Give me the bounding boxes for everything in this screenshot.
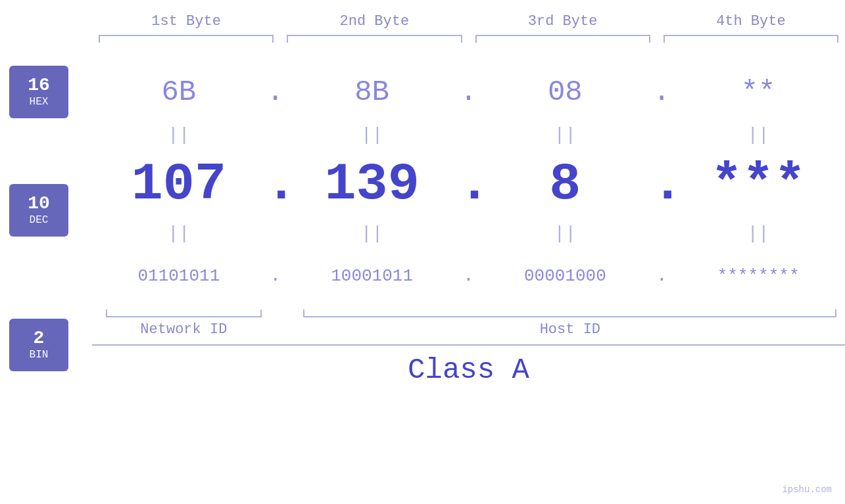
dec-row: 107 . 139 . 8 . *** xyxy=(92,148,845,220)
bin-dot2: . xyxy=(459,266,479,286)
hex-b1: 6B xyxy=(92,76,266,108)
equals2-b2: || xyxy=(285,223,459,244)
watermark: ipshu.com xyxy=(782,484,832,495)
equals-row1: || || || || xyxy=(92,122,845,148)
dec-badge-label: DEC xyxy=(30,214,49,226)
gap-dot xyxy=(276,309,295,338)
dec-badge-number: 10 xyxy=(28,195,50,213)
hex-dot1: . xyxy=(266,76,285,108)
bin-badge-label: BIN xyxy=(30,349,49,361)
bin-b3: 00001000 xyxy=(479,266,652,286)
byte4-header: 4th Byte xyxy=(657,13,845,30)
main-grid: 16 HEX 6B . 8B . 08 . ** || || || || 10 … xyxy=(0,62,845,386)
class-row: Class A xyxy=(92,354,845,386)
bin-dot1: . xyxy=(266,266,285,286)
bin-b4: ******** xyxy=(671,266,845,286)
equals1-b1: || xyxy=(92,125,266,145)
bin-b1: 01101011 xyxy=(92,266,266,286)
id-brackets-row: Network ID Host ID xyxy=(92,309,845,338)
bin-badge-number: 2 xyxy=(34,329,45,348)
bin-b2: 10001011 xyxy=(285,266,459,286)
bracket-b2 xyxy=(287,35,462,43)
hex-b2: 8B xyxy=(285,76,459,108)
hex-badge-number: 16 xyxy=(28,76,50,95)
bracket-b3 xyxy=(475,35,650,43)
dec-b3: 8 xyxy=(479,154,652,214)
dec-dot2: . xyxy=(459,154,479,214)
equals2-b4: || xyxy=(671,223,845,244)
hex-b3: 08 xyxy=(479,76,652,108)
equals1-b2: || xyxy=(285,125,459,145)
bin-row: 01101011 . 10001011 . 00001000 . *******… xyxy=(92,246,845,306)
host-id-section: Host ID xyxy=(295,309,845,338)
full-bottom-bracket xyxy=(92,344,845,346)
equals1-b4: || xyxy=(671,125,845,145)
bin-dot3: . xyxy=(652,266,671,286)
equals1-b3: || xyxy=(479,125,652,145)
host-id-label: Host ID xyxy=(540,321,600,338)
hex-dot3: . xyxy=(652,76,671,108)
main-container: 1st Byte 2nd Byte 3rd Byte 4th Byte 16 H… xyxy=(0,0,845,504)
dec-b4: *** xyxy=(671,154,845,214)
network-id-bracket xyxy=(106,309,262,317)
byte2-header: 2nd Byte xyxy=(280,13,468,30)
equals-row2: || || || || xyxy=(92,220,845,246)
network-id-section: Network ID xyxy=(92,309,276,338)
hex-badge: 16 HEX xyxy=(9,66,68,118)
bracket-b1 xyxy=(99,35,274,43)
hex-row: 6B . 8B . 08 . ** xyxy=(92,62,845,122)
byte3-header: 3rd Byte xyxy=(469,13,657,30)
host-id-bracket xyxy=(303,309,836,317)
hex-badge-label: HEX xyxy=(30,96,49,108)
bin-badge: 2 BIN xyxy=(9,319,68,371)
network-id-label: Network ID xyxy=(140,321,227,338)
dec-badge: 10 DEC xyxy=(9,184,68,237)
equals2-b3: || xyxy=(479,223,652,244)
byte-headers: 1st Byte 2nd Byte 3rd Byte 4th Byte xyxy=(0,13,845,30)
hex-dot2: . xyxy=(459,76,479,108)
byte1-header: 1st Byte xyxy=(92,13,280,30)
dec-dot3: . xyxy=(652,154,671,214)
class-label: Class A xyxy=(408,354,529,386)
hex-b4: ** xyxy=(671,76,845,108)
dec-b1: 107 xyxy=(92,154,266,214)
equals2-b1: || xyxy=(92,223,266,244)
dec-dot1: . xyxy=(266,154,285,214)
dec-b2: 139 xyxy=(285,154,459,214)
top-brackets xyxy=(0,35,845,43)
bracket-b4 xyxy=(664,35,838,43)
